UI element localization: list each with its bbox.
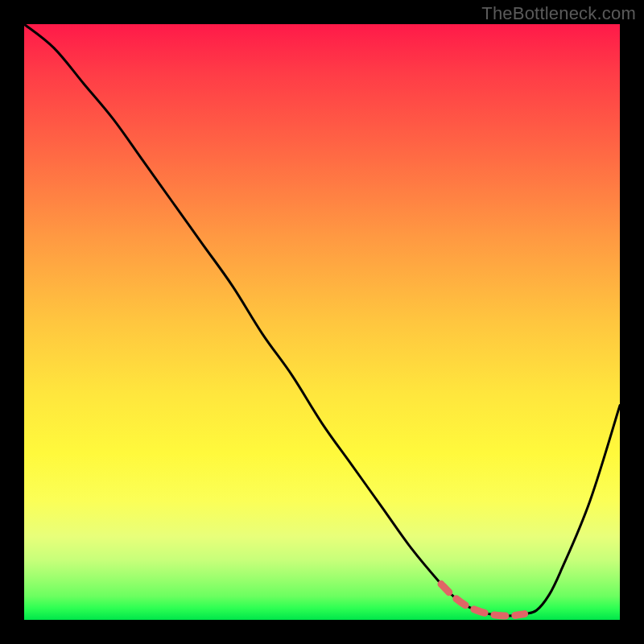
optimal-region-highlight — [441, 584, 525, 617]
watermark-text: TheBottleneck.com — [481, 3, 636, 24]
plot-gradient-area — [24, 24, 620, 620]
bottleneck-curve-path — [24, 24, 620, 616]
chart-frame: TheBottleneck.com — [0, 0, 644, 644]
curve-layer — [24, 24, 620, 620]
